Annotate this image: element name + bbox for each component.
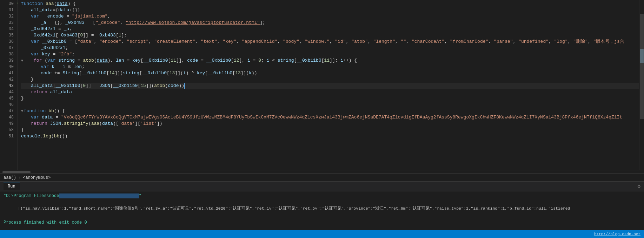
code-line-32: var __encode = "jsjiam1.com", [21,13,639,20]
line-num-46: 46 [0,102,14,108]
code-line-31: all_data={data:{}} [21,7,639,13]
status-right: http://blog.csdn.net [594,232,640,236]
code-line-empty4 [21,158,639,165]
horizontal-scrollbar[interactable] [0,170,644,174]
line-num-45: 45 [0,95,14,102]
h-scrollbar-thumb [2,171,31,173]
code-line-39: ▼for (var string = atob(data), len = key… [21,57,639,64]
line-num-31: 31 [0,7,14,13]
code-line-empty2 [21,146,639,152]
code-line-48: var data = "Vx8oQQc6fFYrWBYAVx8oQgVTCxM7… [21,114,639,121]
code-line-41: code += String[__0xb11b0[14]](string[__0… [21,70,639,76]
breadcrumb-fn2[interactable]: <anonymous> [23,175,51,180]
line-num-33: 33 [0,20,14,26]
code-line-40: var k = i % len; [21,64,639,70]
vertical-scrollbar[interactable] [639,0,644,170]
code-line-44: return all_data [21,89,639,95]
line-num-43: 43 [0,83,14,89]
code-line-49: return JSON.stringify(aaa(data)['data'][… [21,121,639,127]
terminal-toolbar: Run ⚙ [0,182,644,191]
line-num-30: 30 [0,1,14,7]
editor-area: 30 31 32 33 34 35 36 37 38 39 40 41 42 4… [0,0,644,181]
line-num-34: 34 [0,26,14,32]
gear-icon[interactable]: ⚙ [638,183,640,189]
line-num-39: 39 [0,57,14,64]
terminal-output-line2: Process finished with exit code 0 [4,219,640,226]
code-line-33: _a = {}, _0xb483 = ["_decode", "http://w… [21,20,639,26]
terminal-output-line1: [{"is_nav_visible":1,"fund_short_name":"… [4,199,640,218]
code-line-30: ▼ function aaa(data) { [21,1,639,7]
code-line-empty1 [21,140,639,146]
breadcrumb-fn1[interactable]: aaa() [4,175,16,180]
line-num-49: 49 [0,121,14,127]
line-num-47: 47 [0,108,14,114]
code-line-35: _0xd642x1[_0xb483[0]] = _0xb483[1]; [21,32,639,39]
terminal-tab-run[interactable]: Run [4,183,20,190]
code-editor[interactable]: ▼ function aaa(data) { all_data={data:{}… [18,0,639,170]
terminal-path: "D:\Program Files\node [4,193,59,198]
code-line-47: ▼function bb() { [21,108,639,114]
code-line-38: var key = "2fb"; [21,51,639,57]
code-line-58: } [21,127,639,133]
line-num-42: 42 [0,76,14,83]
code-line-36: var __0xb11b0 = ["data", "encode", "scri… [21,39,639,45]
line-num-37: 37 [0,45,14,51]
code-container: 30 31 32 33 34 35 36 37 38 39 40 41 42 4… [0,0,644,170]
line-num-32: 32 [0,13,14,20]
code-line-34: _0xd642x1 = _a, [21,26,639,32]
status-bar: http://blog.csdn.net [0,230,644,238]
line-num-38: 38 [0,51,14,57]
line-num-44: 44 [0,89,14,95]
code-line-37: _0xd642x1; [21,45,639,51]
code-line-43: all_data[__0xb11b0[0]] = JSON[__0xb11b0[… [21,83,639,89]
line-num-48: 48 [0,114,14,121]
terminal-content: "D:\Program Files\node " [{"is_nav_visib… [0,191,644,227]
status-url[interactable]: http://blog.csdn.net [594,232,640,236]
line-num-51: 51 [0,133,14,140]
terminal-tabs: Run [4,183,20,190]
code-line-empty3 [21,152,639,158]
line-numbers: 30 31 32 33 34 35 36 37 38 39 40 41 42 4… [0,0,18,170]
terminal-area: Run ⚙ "D:\Program Files\node " [{"is_nav… [0,181,644,230]
breadcrumb-separator: › [18,175,21,180]
line-num-58: 58 [0,127,14,133]
terminal-path-line: "D:\Program Files\node " [4,193,640,199]
code-line-51: console.log(bb()) [21,133,639,140]
line-num-40: 40 [0,64,14,70]
code-line-empty5 [21,165,639,170]
code-line-42: } [21,76,639,83]
line-num-41: 41 [0,70,14,76]
line-num-36: 36 [0,39,14,45]
line-num-35: 35 [0,32,14,39]
code-line-45: } [21,95,639,102]
code-line-46 [21,102,639,108]
breadcrumb-bar: aaa() › <anonymous> [0,174,644,181]
terminal-icons: ⚙ [638,183,640,189]
